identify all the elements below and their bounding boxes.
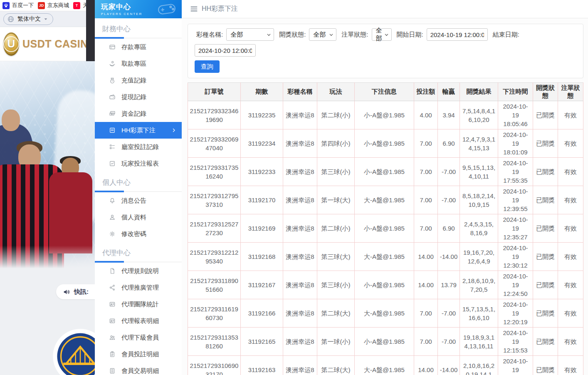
sidebar-item-member-bet-detail[interactable]: 會員投註明細	[95, 346, 182, 363]
language-label: 繁体中文	[17, 15, 41, 23]
cell-result: 7,5,14,8,4,16,10,20	[460, 101, 498, 129]
casino-logo-text[interactable]: USDT CASINO	[22, 38, 95, 50]
cell-time: 2024-10-19 12:35:27	[498, 214, 533, 243]
player-head	[2, 109, 20, 131]
cell-play: 第一球(小)	[317, 328, 355, 356]
cell-play: 第四球(小)	[317, 129, 355, 158]
cell-winloss: 3.94	[438, 101, 460, 129]
bookmark-baidu[interactable]: 百度一下	[2, 2, 34, 9]
bookmark-label: 百度一下	[12, 2, 34, 9]
sidebar: 玩家中心 PLAYERS CENTER 財務中心存款專區取款專區充值記錄提現記錄…	[95, 0, 182, 375]
cell-result: 12,4,7,9,3,14,15,13	[460, 129, 498, 158]
start-date-input[interactable]	[427, 28, 488, 41]
wallet-icon	[109, 94, 116, 100]
cell-play: 第三球(小)	[317, 271, 355, 299]
clipboard-icon	[109, 351, 116, 358]
column-header: 期數	[241, 83, 283, 101]
bell-icon	[109, 197, 116, 204]
bet-table: 訂單號期數彩種名稱玩法下注信息投注額輸贏開獎結果下注時間開獎狀態注單狀態 215…	[188, 82, 583, 375]
cell-period: 31192235	[241, 101, 283, 129]
sidebar-item-change-password[interactable]: 修改密碼	[95, 226, 182, 242]
bookmark-jd[interactable]: JD京东商城	[38, 2, 69, 9]
sidebar-item-withdraw-records[interactable]: 提現記錄	[95, 89, 182, 105]
news-ticker[interactable]: 快訊:	[56, 284, 95, 299]
sidebar-item-agent-promotion[interactable]: 代理推廣管理	[95, 279, 182, 296]
table-row: 215217293125272723031192169澳洲幸运8第二球(小)小-…	[188, 214, 583, 243]
filter-panel: 彩種名稱: 全部 開獎狀態: 全部 注單狀態: 全部 開始	[188, 24, 583, 78]
cell-period: 31192167	[241, 271, 283, 299]
menu-toggle-icon[interactable]	[190, 6, 198, 12]
cell-order-status: 有效	[558, 158, 583, 186]
table-row: 215217293106903217031192163澳洲幸运8第二球(大)大-…	[188, 356, 583, 375]
table-row: 215217293122129534031192168澳洲幸运8第三球(大)大-…	[188, 243, 583, 271]
cell-bet: 4.00	[414, 101, 438, 129]
sidebar-item-fund-records[interactable]: 資金記錄	[95, 105, 182, 122]
cell-result: 2,4,5,3,15,8,16,9	[460, 214, 498, 243]
cell-info: 大-A盤@1.985	[355, 243, 414, 271]
page-footer-zone: 快訊:	[0, 268, 95, 375]
language-selector[interactable]: 繁体中文	[3, 13, 53, 25]
screen: 百度一下JD京东商城T天猫 繁体中文 U USDT CASINO	[0, 0, 588, 375]
cell-draw-status: 已開獎	[533, 101, 558, 129]
sidebar-item-member-trade-detail[interactable]: 會員交易明細	[95, 363, 182, 375]
idcard-icon	[109, 318, 116, 324]
sidebar-item-agent-team-stats[interactable]: 代理團隊統計	[95, 296, 182, 313]
chart-icon	[109, 160, 116, 167]
end-date-label: 結束日期:	[493, 31, 519, 39]
cell-order: 2152172933206947040	[188, 129, 241, 158]
cell-order-status: 有效	[558, 328, 583, 356]
sidebar-item-profile[interactable]: 個人資料	[95, 209, 182, 226]
draw-status-select[interactable]: 全部	[309, 28, 336, 41]
cell-play: 第三球(小)	[317, 158, 355, 186]
cell-period: 31192168	[241, 243, 283, 271]
sidebar-item-agent-downline[interactable]: 代理下級會員	[95, 329, 182, 346]
sidebar-item-agent-rules[interactable]: 代理規則說明	[95, 263, 182, 279]
sidebar-item-player-bet-report[interactable]: 玩家投注報表	[95, 155, 182, 172]
cell-bet: 7.00	[414, 328, 438, 356]
column-header: 開獎狀態	[533, 83, 558, 101]
lottery-select[interactable]: 全部	[226, 28, 274, 41]
table-row: 215217293118905166031192167澳洲幸运8第三球(小)小-…	[188, 271, 583, 299]
cell-lottery: 澳洲幸运8	[283, 271, 317, 299]
bills-icon	[109, 110, 116, 117]
users-icon	[109, 334, 116, 341]
doc-lines-icon	[109, 368, 116, 374]
sidebar-item-recharge-records[interactable]: 充值記錄	[95, 72, 182, 89]
column-header: 下注信息	[355, 83, 414, 101]
chevron-right-icon	[171, 127, 176, 133]
sidebar-item-agent-report-detail[interactable]: 代理報表明細	[95, 313, 182, 329]
column-header: 開獎結果	[460, 83, 498, 101]
cell-draw-status: 已開獎	[533, 299, 558, 328]
language-bar: 繁体中文	[0, 11, 95, 27]
cell-result: 2,18,6,10,9,7,20,5	[460, 271, 498, 299]
cell-period: 31192163	[241, 356, 283, 375]
cell-period: 31192234	[241, 129, 283, 158]
sidebar-item-announcements[interactable]: 消息公告	[95, 192, 182, 209]
end-date-input[interactable]	[195, 44, 256, 57]
cell-lottery: 澳洲幸运8	[283, 101, 317, 129]
cell-draw-status: 已開獎	[533, 214, 558, 243]
cell-lottery: 澳洲幸运8	[283, 328, 317, 356]
cell-lottery: 澳洲幸运8	[283, 129, 317, 158]
page-title: HH彩票下注	[202, 5, 238, 13]
bookmark-label: 京东商城	[47, 2, 69, 9]
hand-coin-icon	[109, 60, 116, 67]
cell-lottery: 澳洲幸运8	[283, 299, 317, 328]
search-button[interactable]: 查詢	[195, 60, 220, 73]
money-bag-icon	[109, 77, 116, 84]
card-icon	[109, 44, 116, 50]
order-status-select[interactable]: 全部	[372, 28, 392, 41]
column-header: 訂單號	[188, 83, 241, 101]
sidebar-item-withdraw[interactable]: 取款專區	[95, 55, 182, 72]
cell-result: 19,18,9,3,14,13,16,11	[460, 328, 498, 356]
cell-winloss: -7.00	[438, 299, 460, 328]
cell-info: 小-A盤@1.985	[355, 214, 414, 243]
cell-time: 2024-10-19 12:24:50	[498, 271, 533, 299]
sidebar-item-hh-lottery-bets[interactable]: HH彩票下注	[95, 122, 182, 139]
cell-lottery: 澳洲幸运8	[283, 186, 317, 214]
sidebar-item-deposit[interactable]: 存款專區	[95, 39, 182, 55]
cell-order-status: 有效	[558, 101, 583, 129]
hand-coin-icon	[109, 60, 116, 67]
sidebar-item-room-bet-records[interactable]: 廳室投註記錄	[95, 139, 182, 155]
cell-info: 大-A盤@1.985	[355, 186, 414, 214]
